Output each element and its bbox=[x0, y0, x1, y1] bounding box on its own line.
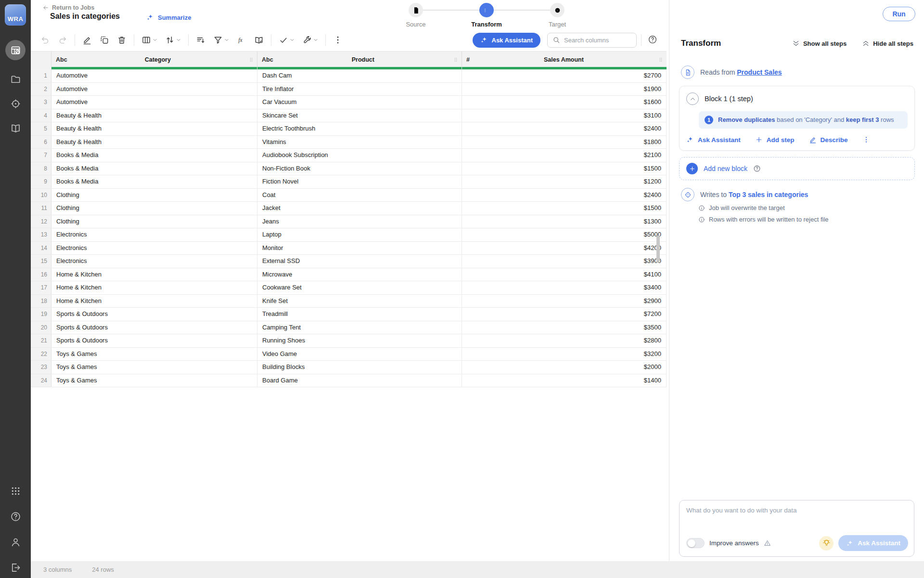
tools-button[interactable] bbox=[299, 33, 321, 47]
improve-answers-toggle[interactable] bbox=[686, 538, 705, 548]
search-columns-input[interactable] bbox=[564, 37, 627, 44]
sidebar-item-help-nav[interactable] bbox=[10, 511, 21, 522]
cell-category[interactable]: Books & Media bbox=[51, 149, 257, 162]
cell-category[interactable]: Beauty & Health bbox=[51, 136, 257, 149]
cell-category[interactable]: Toys & Games bbox=[51, 348, 257, 361]
row-number[interactable]: 21 bbox=[31, 334, 51, 347]
cell-sales-amount[interactable]: $5000 bbox=[462, 228, 667, 241]
sidebar-item-logout[interactable] bbox=[10, 562, 21, 573]
cell-category[interactable]: Beauty & Health bbox=[51, 122, 257, 135]
cell-sales-amount[interactable]: $2700 bbox=[462, 69, 667, 82]
cell-sales-amount[interactable]: $1300 bbox=[462, 215, 667, 228]
group-rows-button[interactable] bbox=[193, 33, 208, 47]
return-to-jobs-link[interactable]: Return to Jobs bbox=[42, 4, 94, 11]
vertical-scrollbar[interactable] bbox=[656, 236, 660, 262]
cell-category[interactable]: Sports & Outdoors bbox=[51, 334, 257, 347]
cell-sales-amount[interactable]: $1500 bbox=[462, 202, 667, 215]
row-number[interactable]: 18 bbox=[31, 295, 51, 308]
cell-product[interactable]: Board Game bbox=[257, 374, 462, 387]
sidebar-item-docs-book[interactable] bbox=[10, 123, 21, 134]
help-circle-icon[interactable] bbox=[753, 165, 761, 172]
row-number[interactable]: 16 bbox=[31, 268, 51, 281]
cell-product[interactable]: Knife Set bbox=[257, 295, 462, 308]
cell-sales-amount[interactable]: $1800 bbox=[462, 136, 667, 149]
cell-product[interactable]: Cookware Set bbox=[257, 281, 462, 294]
cell-product[interactable]: Video Game bbox=[257, 348, 462, 361]
cell-sales-amount[interactable]: $1600 bbox=[462, 96, 667, 109]
column-menu-grip-icon[interactable] bbox=[453, 57, 459, 63]
row-number[interactable]: 2 bbox=[31, 83, 51, 96]
row-number[interactable]: 17 bbox=[31, 281, 51, 294]
column-menu-grip-icon[interactable] bbox=[658, 57, 664, 63]
cell-sales-amount[interactable]: $1500 bbox=[462, 162, 667, 175]
kebab-menu-button[interactable] bbox=[330, 33, 346, 47]
cell-sales-amount[interactable]: $3500 bbox=[462, 321, 667, 334]
cell-category[interactable]: Automotive bbox=[51, 83, 257, 96]
cell-product[interactable]: External SSD bbox=[257, 255, 462, 268]
cell-category[interactable]: Automotive bbox=[51, 96, 257, 109]
row-number[interactable]: 9 bbox=[31, 175, 51, 188]
sort-button[interactable] bbox=[162, 33, 184, 47]
target-link[interactable]: Top 3 sales in categories bbox=[729, 191, 808, 198]
suggestions-bulb-button[interactable] bbox=[819, 536, 834, 551]
row-number[interactable]: 14 bbox=[31, 242, 51, 255]
cell-category[interactable]: Sports & Outdoors bbox=[51, 321, 257, 334]
sidebar-item-projects-folder[interactable] bbox=[10, 74, 21, 85]
row-number[interactable]: 19 bbox=[31, 308, 51, 321]
describe-button[interactable]: Describe bbox=[809, 136, 848, 144]
cell-product[interactable]: Building Blocks bbox=[257, 361, 462, 374]
row-number[interactable]: 23 bbox=[31, 361, 51, 374]
cell-product[interactable]: Laptop bbox=[257, 228, 462, 241]
hide-all-steps-button[interactable]: Hide all steps bbox=[862, 39, 913, 47]
cell-product[interactable]: Jeans bbox=[257, 215, 462, 228]
row-number[interactable]: 15 bbox=[31, 255, 51, 268]
cell-sales-amount[interactable]: $2400 bbox=[462, 122, 667, 135]
cell-product[interactable]: Vitamins bbox=[257, 136, 462, 149]
formula-button[interactable]: fx bbox=[234, 33, 249, 47]
cell-product[interactable]: Camping Tent bbox=[257, 321, 462, 334]
recipe-book-button[interactable] bbox=[251, 33, 267, 47]
sidebar-item-apps-grid[interactable] bbox=[10, 486, 21, 497]
cell-sales-amount[interactable]: $7200 bbox=[462, 308, 667, 321]
summarize-button[interactable]: Summarize bbox=[146, 13, 191, 21]
help-button[interactable] bbox=[646, 33, 659, 48]
cell-product[interactable]: Skincare Set bbox=[257, 109, 462, 122]
stepper-step-transform[interactable]: Transform bbox=[458, 3, 515, 28]
row-number[interactable]: 1 bbox=[31, 69, 51, 82]
cell-category[interactable]: Sports & Outdoors bbox=[51, 308, 257, 321]
cell-category[interactable]: Home & Kitchen bbox=[51, 281, 257, 294]
cell-product[interactable]: Dash Cam bbox=[257, 69, 462, 82]
row-number[interactable]: 10 bbox=[31, 189, 51, 202]
cell-category[interactable]: Toys & Games bbox=[51, 361, 257, 374]
row-number[interactable]: 7 bbox=[31, 149, 51, 162]
cell-category[interactable]: Electronics bbox=[51, 255, 257, 268]
cell-category[interactable]: Beauty & Health bbox=[51, 109, 257, 122]
run-button[interactable]: Run bbox=[883, 7, 915, 21]
row-number[interactable]: 8 bbox=[31, 162, 51, 175]
row-number[interactable]: 12 bbox=[31, 215, 51, 228]
row-number[interactable]: 11 bbox=[31, 202, 51, 215]
cell-category[interactable]: Books & Media bbox=[51, 162, 257, 175]
ask-assistant-button[interactable]: Ask Assistant bbox=[473, 33, 541, 48]
stepper-step-target[interactable]: Target bbox=[528, 3, 586, 28]
cell-category[interactable]: Clothing bbox=[51, 215, 257, 228]
filter-button[interactable] bbox=[210, 33, 232, 47]
row-number[interactable]: 4 bbox=[31, 109, 51, 122]
cell-product[interactable]: Non-Fiction Book bbox=[257, 162, 462, 175]
undo-button[interactable] bbox=[38, 33, 53, 47]
row-number[interactable]: 5 bbox=[31, 122, 51, 135]
sidebar-item-target-nav[interactable] bbox=[10, 98, 21, 109]
column-menu-grip-icon[interactable] bbox=[248, 57, 254, 63]
assistant-prompt-input[interactable] bbox=[686, 507, 907, 529]
cell-category[interactable]: Books & Media bbox=[51, 175, 257, 188]
cell-sales-amount[interactable]: $2900 bbox=[462, 295, 667, 308]
row-number[interactable]: 3 bbox=[31, 96, 51, 109]
column-header-sales-amount[interactable]: #Sales Amount bbox=[462, 52, 667, 70]
cell-sales-amount[interactable]: $3100 bbox=[462, 109, 667, 122]
row-number[interactable]: 22 bbox=[31, 348, 51, 361]
block-more-menu-button[interactable] bbox=[862, 136, 870, 144]
cell-category[interactable]: Electronics bbox=[51, 242, 257, 255]
cell-product[interactable]: Treadmill bbox=[257, 308, 462, 321]
cell-product[interactable]: Car Vacuum bbox=[257, 96, 462, 109]
cell-category[interactable]: Home & Kitchen bbox=[51, 295, 257, 308]
